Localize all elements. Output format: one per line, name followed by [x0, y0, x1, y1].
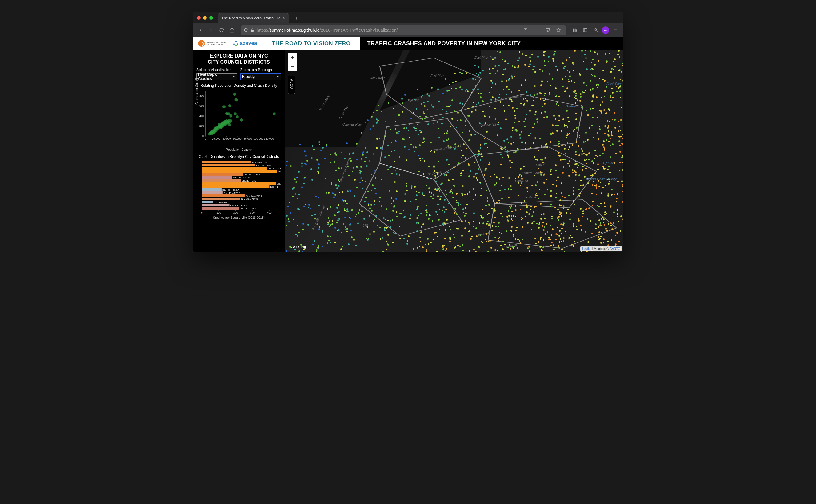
svg-text:400: 400: [199, 114, 204, 118]
panel-heading: EXPLORE DATA ON NYC CITY COUNCIL DISTRIC…: [196, 53, 281, 65]
scatter-title: Relating Population Density and Crash De…: [196, 83, 281, 88]
svg-point-79: [229, 119, 232, 122]
borough-value: Brooklyn: [242, 74, 257, 79]
reader-mode-icon[interactable]: [521, 26, 530, 34]
svg-rect-109: [202, 188, 222, 191]
svg-rect-111: [202, 191, 223, 194]
svg-rect-113: [202, 194, 245, 197]
panel-controls: Select a Visualization Heat Map of Crash…: [196, 68, 281, 80]
svg-text:300: 300: [250, 211, 255, 214]
zoom-out-button[interactable]: −: [288, 62, 297, 71]
back-button[interactable]: [196, 26, 205, 34]
zoom-control: + −: [288, 53, 297, 71]
svg-rect-101: [202, 176, 232, 179]
svg-rect-99: [202, 173, 243, 176]
svg-point-83: [234, 112, 237, 115]
home-button[interactable]: [228, 26, 236, 34]
url-text: https://summer-of-maps.github.io/2016-Tr…: [257, 28, 519, 33]
svg-text:Dis. 36 – 446.6: Dis. 36 – 446.6: [278, 170, 281, 173]
title-strip: THE ROAD TO VISION ZERO: [262, 37, 360, 50]
visualization-select[interactable]: Heat Map of Crashes ▼: [196, 73, 237, 80]
reload-button[interactable]: [217, 26, 226, 34]
bookmark-star-icon[interactable]: [554, 26, 563, 34]
svg-text:Dis. 34 – 316.7: Dis. 34 – 316.7: [256, 164, 273, 167]
svg-rect-119: [202, 204, 230, 206]
borough-select[interactable]: Brooklyn ▼: [240, 73, 281, 80]
url-bar[interactable]: https://summer-of-maps.github.io/2016-Tr…: [241, 25, 566, 35]
svg-rect-91: [202, 161, 251, 163]
svg-rect-105: [202, 182, 276, 185]
svg-point-88: [234, 98, 238, 101]
svg-text:Dis. 38 – 178.8: Dis. 38 – 178.8: [233, 176, 250, 179]
svg-point-11: [595, 29, 596, 30]
sidebar-icon[interactable]: [581, 26, 590, 34]
page-actions-icon[interactable]: ⋯: [532, 26, 541, 34]
browser-window: The Road to Vision Zero: Traffic Cra × ＋: [193, 12, 623, 252]
page-header: TRANSPORTATION ALTERNATIVES azavea THE R…: [193, 37, 623, 50]
new-tab-button[interactable]: ＋: [291, 14, 302, 22]
svg-text:800: 800: [199, 94, 204, 97]
carto-logo[interactable]: CART: [289, 245, 306, 249]
svg-text:Dis. 39 – 230: Dis. 39 – 230: [242, 179, 256, 182]
chevron-down-icon: ▼: [232, 75, 235, 78]
minimize-window-button[interactable]: [203, 16, 207, 20]
account-icon[interactable]: [591, 26, 600, 34]
svg-text:0: 0: [201, 211, 202, 214]
map[interactable]: East River ParkEast RiverWall StreetHuds…: [285, 50, 623, 252]
close-tab-icon[interactable]: ×: [283, 16, 286, 21]
svg-point-90: [273, 112, 276, 115]
bar-x-label: Crashes per Square Mile (2013-2015): [196, 216, 281, 219]
svg-text:80,000: 80,000: [243, 137, 252, 140]
browser-tab[interactable]: The Road to Vision Zero: Traffic Cra ×: [218, 13, 289, 23]
svg-text:40,000: 40,000: [222, 137, 231, 140]
toolbar-right-icons: ∞: [570, 26, 620, 34]
forward-button[interactable]: [207, 26, 215, 34]
svg-text:120,000: 120,000: [264, 137, 274, 140]
shield-icon[interactable]: [244, 28, 248, 32]
svg-text:60,000: 60,000: [233, 137, 242, 140]
library-icon[interactable]: [570, 26, 579, 34]
svg-rect-115: [202, 198, 240, 200]
scatter-chart: Relating Population Density and Crash De…: [196, 83, 281, 151]
svg-rect-95: [202, 167, 267, 170]
svg-text:20,000: 20,000: [212, 137, 221, 140]
carto-link[interactable]: CARTO: [610, 247, 620, 250]
svg-text:Dis. 33 – 293: Dis. 33 – 293: [252, 161, 267, 164]
svg-rect-97: [202, 170, 277, 173]
svg-text:400: 400: [267, 211, 272, 214]
visualization-value: Heat Map of Crashes: [198, 72, 232, 81]
svg-point-78: [228, 123, 231, 126]
svg-rect-93: [202, 164, 255, 166]
svg-text:Dis. 48 – 219.7: Dis. 48 – 219.7: [240, 207, 256, 210]
leaflet-link[interactable]: Leaflet: [582, 247, 591, 250]
lock-icon[interactable]: [250, 28, 254, 32]
svg-text:Dis. 44 – 255.8: Dis. 44 – 255.8: [246, 195, 262, 198]
zoom-in-button[interactable]: +: [288, 53, 297, 62]
svg-text:Dis. 47 – 163.4: Dis. 47 – 163.4: [230, 204, 247, 207]
azavea-logo-icon: [233, 41, 239, 46]
transportation-alternatives-logo[interactable]: TRANSPORTATION ALTERNATIVES: [198, 40, 228, 47]
subtitle-strip: TRAFFIC CRASHES AND POVERTY IN NEW YORK …: [360, 40, 623, 47]
svg-text:Dis. 46 – 65.2: Dis. 46 – 65.2: [214, 201, 229, 204]
about-tab[interactable]: ABOUT: [288, 76, 295, 94]
close-window-button[interactable]: [197, 16, 201, 20]
hamburger-menu-icon[interactable]: [611, 26, 620, 34]
borough-label: Zoom to a Borough: [240, 68, 281, 72]
svg-line-8: [576, 29, 577, 32]
svg-point-89: [233, 93, 236, 96]
azavea-logo-text: azavea: [240, 40, 257, 46]
visualization-control: Select a Visualization Heat Map of Crash…: [196, 68, 237, 80]
azavea-logo[interactable]: azavea: [233, 40, 257, 46]
svg-text:Dis. 45 – 227.5: Dis. 45 – 227.5: [241, 198, 258, 201]
svg-point-85: [240, 118, 243, 122]
ta-logo-icon: [198, 40, 205, 47]
page-title: THE ROAD TO VISION ZERO: [272, 40, 350, 47]
tab-strip: The Road to Vision Zero: Traffic Cra × ＋: [193, 12, 623, 23]
svg-text:100,000: 100,000: [253, 137, 263, 140]
chevron-down-icon: ▼: [276, 75, 279, 78]
pocket-icon[interactable]: [543, 26, 552, 34]
extension-badge-icon[interactable]: ∞: [602, 26, 609, 34]
page-body: EXPLORE DATA ON NYC CITY COUNCIL DISTRIC…: [193, 50, 623, 252]
visualization-label: Select a Visualization: [196, 68, 237, 72]
maximize-window-button[interactable]: [209, 16, 213, 20]
